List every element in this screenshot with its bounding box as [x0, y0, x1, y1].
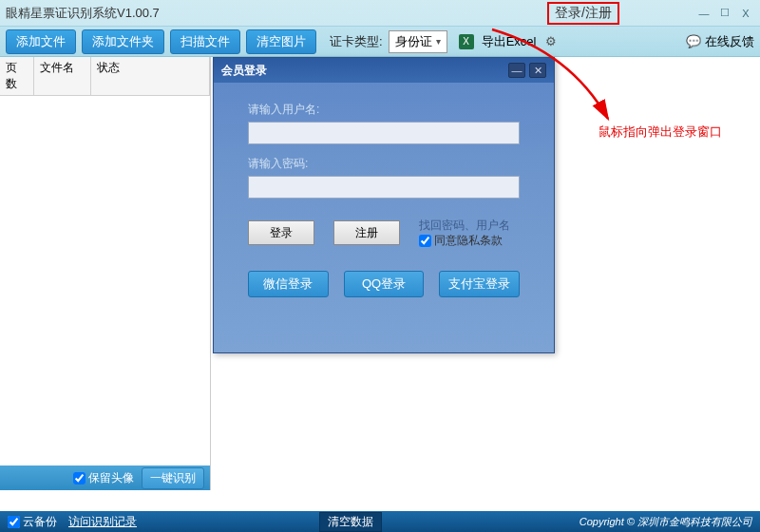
col-filename: 文件名	[34, 57, 91, 95]
excel-icon: X	[459, 34, 474, 49]
login-register-link[interactable]: 登录/注册	[547, 2, 619, 25]
title-bar: 眼精星票证识别系统V1.00.7 登录/注册 — ☐ X	[0, 0, 760, 27]
qq-login-button[interactable]: QQ登录	[344, 271, 425, 297]
visit-history-link[interactable]: 访问识别记录	[68, 514, 137, 530]
clear-images-button[interactable]: 清空图片	[246, 29, 316, 54]
password-label: 请输入密码:	[248, 156, 520, 172]
file-list-panel: 页数 文件名 状态 保留头像 一键识别	[0, 57, 211, 490]
clear-data-button[interactable]: 清空数据	[319, 512, 382, 532]
app-title: 眼精星票证识别系统V1.00.7	[6, 5, 547, 22]
chevron-down-icon: ▾	[436, 36, 441, 47]
username-label: 请输入用户名:	[248, 102, 520, 118]
copyright-text: Copyright © 深圳市金鸣科技有限公司	[580, 515, 752, 529]
maximize-icon[interactable]: ☐	[716, 6, 733, 21]
dialog-title-text: 会员登录	[221, 63, 504, 79]
card-type-select[interactable]: 身份证 ▾	[389, 30, 447, 53]
agree-checkbox[interactable]: 同意隐私条款	[419, 233, 510, 248]
sidebar-footer: 保留头像 一键识别	[0, 466, 210, 490]
status-bar: 云备份 访问识别记录 清空数据 Copyright © 深圳市金鸣科技有限公司	[0, 511, 760, 532]
social-login-row: 微信登录 QQ登录 支付宝登录	[248, 271, 520, 297]
add-file-button[interactable]: 添加文件	[6, 29, 76, 54]
feedback-label: 在线反馈	[705, 33, 754, 50]
cloud-backup-checkbox[interactable]: 云备份	[8, 514, 57, 530]
login-dialog: 会员登录 — ✕ 请输入用户名: 请输入密码: 登录 注册 找回密码、用户名 同…	[213, 57, 555, 353]
online-feedback-link[interactable]: 💬 在线反馈	[686, 33, 754, 50]
keep-avatar-input[interactable]	[73, 472, 86, 484]
dialog-close-icon[interactable]: ✕	[529, 63, 546, 78]
side-links: 找回密码、用户名 同意隐私条款	[419, 218, 510, 248]
wechat-login-button[interactable]: 微信登录	[248, 271, 329, 297]
login-button-row: 登录 注册 找回密码、用户名 同意隐私条款	[248, 218, 520, 248]
dialog-minimize-icon[interactable]: —	[508, 63, 525, 78]
window-controls: — ☐ X	[695, 6, 754, 21]
minimize-icon[interactable]: —	[695, 6, 712, 21]
card-type-label: 证卡类型:	[330, 33, 383, 50]
dialog-body: 请输入用户名: 请输入密码: 登录 注册 找回密码、用户名 同意隐私条款 微信登…	[214, 83, 554, 307]
dialog-titlebar: 会员登录 — ✕	[214, 58, 554, 83]
password-input[interactable]	[248, 176, 520, 199]
col-pages: 页数	[0, 57, 34, 95]
agree-input[interactable]	[419, 235, 431, 247]
col-status: 状态	[91, 57, 210, 95]
annotation-text: 鼠标指向弹出登录窗口	[598, 124, 722, 141]
export-excel-link[interactable]: 导出Excel	[482, 33, 537, 50]
toolbar: 添加文件 添加文件夹 扫描文件 清空图片 证卡类型: 身份证 ▾ X 导出Exc…	[0, 27, 760, 57]
alipay-login-button[interactable]: 支付宝登录	[439, 271, 520, 297]
column-headers: 页数 文件名 状态	[0, 57, 210, 96]
file-list-body	[0, 96, 210, 466]
gear-icon[interactable]: ⚙	[545, 34, 557, 48]
add-folder-button[interactable]: 添加文件夹	[82, 29, 164, 54]
login-button[interactable]: 登录	[248, 220, 314, 245]
find-password-link[interactable]: 找回密码、用户名	[419, 218, 510, 233]
scan-file-button[interactable]: 扫描文件	[170, 29, 240, 54]
cloud-backup-input[interactable]	[8, 516, 20, 528]
register-button[interactable]: 注册	[333, 220, 400, 245]
card-type-value: 身份证	[395, 33, 432, 50]
close-icon[interactable]: X	[737, 6, 754, 21]
chat-icon: 💬	[686, 34, 701, 48]
one-click-recognize-button[interactable]: 一键识别	[142, 467, 204, 489]
username-input[interactable]	[248, 122, 520, 144]
keep-avatar-checkbox[interactable]: 保留头像	[73, 470, 134, 486]
